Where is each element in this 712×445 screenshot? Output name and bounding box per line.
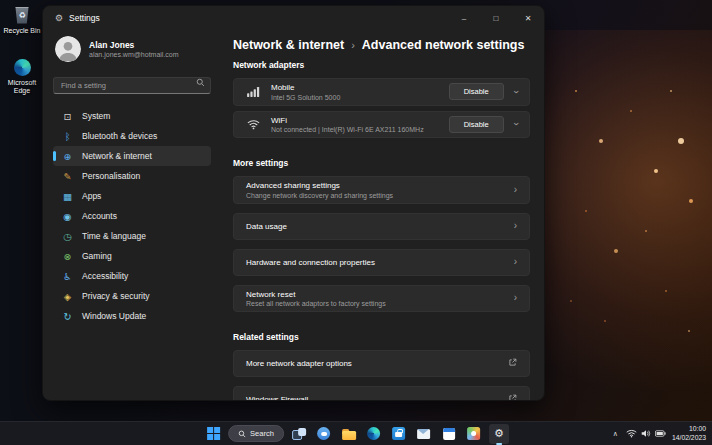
adapter-card-mobile[interactable]: Mobile Intel 5G Solution 5000 Disable › — [233, 78, 530, 106]
breadcrumb-separator-icon: › — [351, 39, 355, 51]
titlebar[interactable]: ⚙ Settings – □ ✕ — [43, 6, 544, 30]
tray-clock[interactable]: 10:00 14/02/2023 — [672, 425, 706, 443]
sidebar-item-time-language[interactable]: ◷ Time & language — [53, 226, 211, 246]
chevron-right-icon: › — [514, 185, 517, 195]
chevron-right-icon: › — [514, 221, 517, 231]
settings-app-icon: ⚙ — [55, 13, 63, 23]
chat-icon — [317, 427, 330, 440]
breadcrumb-parent[interactable]: Network & internet — [233, 38, 344, 52]
sidebar-item-label: Gaming — [82, 251, 112, 261]
window-title: Settings — [69, 13, 100, 23]
sidebar-item-bluetooth-devices[interactable]: ᛒ Bluetooth & devices — [53, 126, 211, 146]
chevron-right-icon: › — [514, 293, 517, 303]
sidebar-item-label: Privacy & security — [82, 291, 150, 301]
desktop-icon-recycle-bin[interactable]: ♻ Recycle Bin — [0, 5, 44, 35]
sidebar-item-network-internet[interactable]: ⊕ Network & internet — [53, 146, 211, 166]
taskbar-mail-button[interactable] — [414, 424, 434, 444]
wallpaper-sparkles — [0, 0, 2, 2]
maximize-button[interactable]: □ — [480, 6, 512, 30]
sidebar-item-label: Network & internet — [82, 151, 152, 161]
sidebar-item-label: Accounts — [82, 211, 117, 221]
recycle-bin-icon: ♻ — [12, 5, 32, 25]
desktop-icon-label: Microsoft Edge — [0, 79, 44, 95]
desktop-icon-label: Recycle Bin — [0, 27, 44, 35]
accounts-icon: ◉ — [62, 211, 73, 222]
taskbar-task-view-button[interactable] — [289, 424, 309, 444]
card-title: Hardware and connection properties — [246, 258, 504, 267]
taskbar: Search ⚙ ∧ 10:00 14/02/2023 — [0, 421, 712, 445]
sidebar-item-accounts[interactable]: ◉ Accounts — [53, 206, 211, 226]
disable-button[interactable]: Disable — [449, 116, 504, 133]
sidebar-item-windows-update[interactable]: ↻ Windows Update — [53, 306, 211, 326]
system-icon: ⊡ — [62, 111, 73, 122]
disable-button[interactable]: Disable — [449, 83, 504, 100]
card-data-usage[interactable]: Data usage › — [233, 213, 530, 240]
card-windows-firewall[interactable]: Windows Firewall — [233, 386, 530, 400]
card-network-reset[interactable]: Network reset Reset all network adaptors… — [233, 285, 530, 313]
bluetooth-icon: ᛒ — [62, 131, 73, 142]
sidebar-item-label: System — [82, 111, 110, 121]
external-link-icon — [508, 358, 517, 369]
photos-icon — [467, 427, 480, 440]
taskbar-chat-button[interactable] — [314, 424, 334, 444]
time-language-icon: ◷ — [62, 231, 73, 242]
sidebar-item-accessibility[interactable]: ♿ Accessibility — [53, 266, 211, 286]
sidebar-item-privacy-security[interactable]: ◈ Privacy & security — [53, 286, 211, 306]
tray-status-icons[interactable] — [626, 429, 666, 438]
taskbar-store-button[interactable] — [389, 424, 409, 444]
edge-icon — [12, 57, 32, 77]
search-icon — [238, 430, 246, 438]
settings-search-input[interactable] — [53, 77, 211, 94]
taskbar-photos-button[interactable] — [464, 424, 484, 444]
tray-battery-icon — [655, 430, 666, 437]
section-heading-related-settings: Related settings — [233, 332, 530, 342]
sidebar-item-personalisation[interactable]: ✎ Personalisation — [53, 166, 211, 186]
sidebar-nav: ⊡ System ᛒ Bluetooth & devices ⊕ Network… — [53, 106, 211, 326]
sidebar-item-label: Personalisation — [82, 171, 140, 181]
calendar-icon — [443, 428, 455, 440]
start-button[interactable] — [203, 424, 223, 444]
task-view-icon — [292, 428, 306, 440]
taskbar-calendar-button[interactable] — [439, 424, 459, 444]
sidebar-item-label: Bluetooth & devices — [82, 131, 157, 141]
adapter-title: Mobile — [271, 83, 439, 92]
tray-wifi-icon — [626, 429, 637, 438]
network-icon: ⊕ — [62, 151, 73, 162]
edge-icon — [367, 427, 380, 440]
user-profile[interactable]: Alan Jones alan.jones.wm@hotmail.com — [53, 34, 211, 70]
chevron-down-icon[interactable]: › — [510, 123, 520, 126]
taskbar-search-label: Search — [250, 429, 274, 438]
wifi-icon — [246, 119, 261, 130]
card-title: Network reset — [246, 290, 504, 299]
taskbar-settings-button[interactable]: ⚙ — [489, 424, 509, 444]
sidebar-item-label: Apps — [82, 191, 101, 201]
close-button[interactable]: ✕ — [512, 6, 544, 30]
avatar — [55, 36, 81, 62]
taskbar-edge-button[interactable] — [364, 424, 384, 444]
taskbar-search[interactable]: Search — [228, 425, 284, 442]
gaming-icon: ⊗ — [62, 251, 73, 262]
tray-time: 10:00 — [672, 425, 706, 434]
adapter-card-wifi[interactable]: WiFi Not connected | Intel(R) Wi-Fi 6E A… — [233, 111, 530, 139]
card-advanced-sharing-settings[interactable]: Advanced sharing settings Change network… — [233, 176, 530, 204]
card-more-network-adapter-options[interactable]: More network adapter options — [233, 350, 530, 377]
card-hardware-connection-properties[interactable]: Hardware and connection properties › — [233, 249, 530, 276]
sidebar-item-gaming[interactable]: ⊗ Gaming — [53, 246, 211, 266]
tray-chevron-up-icon[interactable]: ∧ — [611, 430, 620, 438]
sidebar-item-apps[interactable]: ▦ Apps — [53, 186, 211, 206]
sidebar-item-system[interactable]: ⊡ System — [53, 106, 211, 126]
card-subtitle: Reset all network adaptors to factory se… — [246, 300, 504, 307]
file-explorer-icon — [342, 428, 356, 440]
minimize-button[interactable]: – — [448, 6, 480, 30]
privacy-security-icon: ◈ — [62, 291, 73, 302]
apps-icon: ▦ — [62, 191, 73, 202]
taskbar-file-explorer-button[interactable] — [339, 424, 359, 444]
desktop-icon-microsoft-edge[interactable]: Microsoft Edge — [0, 57, 44, 95]
settings-window: ⚙ Settings – □ ✕ Alan Jones alan.jones.w… — [42, 5, 545, 401]
windows-logo-icon — [207, 427, 220, 440]
card-title: Data usage — [246, 222, 504, 231]
chevron-right-icon: › — [514, 257, 517, 267]
recycle-glyph: ♻ — [18, 11, 25, 20]
chevron-down-icon[interactable]: › — [510, 90, 520, 93]
search-icon — [196, 78, 205, 87]
